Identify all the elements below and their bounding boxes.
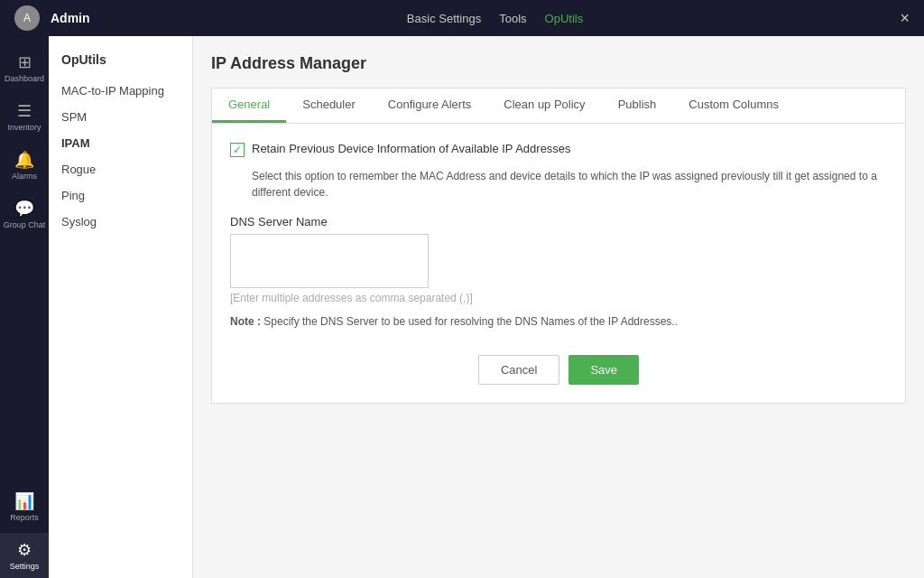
nav-basic-settings[interactable]: Basic Settings (407, 12, 481, 25)
tab-bar: General Scheduler Configure Alerts Clean… (211, 88, 906, 124)
sidebar: ⊞ Dashboard ☰ Inventory 🔔 Alarms 💬 Group… (0, 36, 49, 578)
left-nav-item-ipam[interactable]: IPAM (49, 130, 192, 156)
content-area: IP Address Manager General Scheduler Con… (193, 36, 924, 578)
nav-tools[interactable]: Tools (499, 12, 526, 25)
sidebar-item-group-chat[interactable]: 💬 Group Chat (0, 191, 49, 237)
nav-oputils[interactable]: OpUtils (545, 12, 584, 25)
sidebar-label-group-chat: Group Chat (4, 220, 46, 229)
dns-placeholder: [Enter multiple addresses as comma separ… (230, 292, 887, 304)
left-nav-item-rogue[interactable]: Rogue (49, 156, 192, 182)
close-icon[interactable]: × (900, 9, 910, 28)
left-nav-item-mac-to-ip[interactable]: MAC-to-IP Mapping (49, 78, 192, 104)
tab-clean-up-policy[interactable]: Clean up Policy (487, 89, 601, 123)
sidebar-item-settings[interactable]: ⚙ Settings (0, 533, 49, 578)
note-content: Specify the DNS Server to be used for re… (263, 315, 678, 328)
checkmark-icon: ✓ (233, 144, 242, 155)
note-label: Note : (230, 315, 261, 328)
retain-info-row: ✓ Retain Previous Device Information of … (230, 142, 887, 157)
retain-info-checkbox[interactable]: ✓ (230, 143, 245, 157)
dns-label: DNS Server Name (230, 215, 887, 228)
tab-scheduler[interactable]: Scheduler (286, 89, 372, 123)
sidebar-item-alarms[interactable]: 🔔 Alarms (0, 143, 49, 188)
inventory-icon: ☰ (17, 101, 32, 121)
button-row: Cancel Save (230, 355, 887, 385)
left-nav-item-syslog[interactable]: Syslog (49, 209, 192, 235)
left-nav-item-spm[interactable]: SPM (49, 104, 192, 130)
note-text: Note : Specify the DNS Server to be used… (230, 315, 887, 328)
cancel-button[interactable]: Cancel (478, 355, 559, 385)
main-layout: ⊞ Dashboard ☰ Inventory 🔔 Alarms 💬 Group… (0, 36, 924, 578)
sidebar-label-alarms: Alarms (12, 172, 37, 181)
sidebar-label-inventory: Inventory (7, 123, 41, 132)
retain-info-label: Retain Previous Device Information of Av… (252, 142, 571, 155)
dashboard-icon: ⊞ (18, 52, 32, 72)
dns-input[interactable] (230, 234, 429, 288)
reports-icon: 📊 (14, 491, 34, 511)
group-chat-icon: 💬 (14, 199, 34, 219)
retain-info-description: Select this option to remember the MAC A… (252, 168, 887, 200)
page-title: IP Address Manager (211, 54, 906, 73)
save-button[interactable]: Save (568, 355, 639, 385)
topbar: A Admin Basic Settings Tools OpUtils × (0, 0, 924, 36)
tab-general[interactable]: General (212, 89, 286, 123)
sidebar-item-inventory[interactable]: ☰ Inventory (0, 94, 49, 139)
sidebar-label-dashboard: Dashboard (5, 74, 44, 83)
sidebar-item-reports[interactable]: 📊 Reports (0, 484, 49, 529)
tab-custom-columns[interactable]: Custom Columns (672, 89, 795, 123)
tab-publish[interactable]: Publish (602, 89, 673, 123)
left-nav-item-ping[interactable]: Ping (49, 182, 192, 209)
topbar-nav: Basic Settings Tools OpUtils (407, 12, 583, 25)
sidebar-label-reports: Reports (10, 513, 39, 522)
sidebar-item-dashboard[interactable]: ⊞ Dashboard (0, 45, 49, 90)
avatar: A (14, 5, 40, 31)
settings-icon: ⚙ (17, 540, 32, 560)
left-nav: OpUtils MAC-to-IP Mapping SPM IPAM Rogue… (49, 36, 193, 578)
topbar-left: A Admin (14, 5, 90, 31)
tab-configure-alerts[interactable]: Configure Alerts (372, 89, 488, 123)
app-title: Admin (51, 11, 90, 25)
tab-content-general: ✓ Retain Previous Device Information of … (211, 124, 906, 404)
alarms-icon: 🔔 (14, 150, 34, 170)
left-nav-title: OpUtils (49, 45, 192, 78)
sidebar-label-settings: Settings (10, 562, 40, 571)
